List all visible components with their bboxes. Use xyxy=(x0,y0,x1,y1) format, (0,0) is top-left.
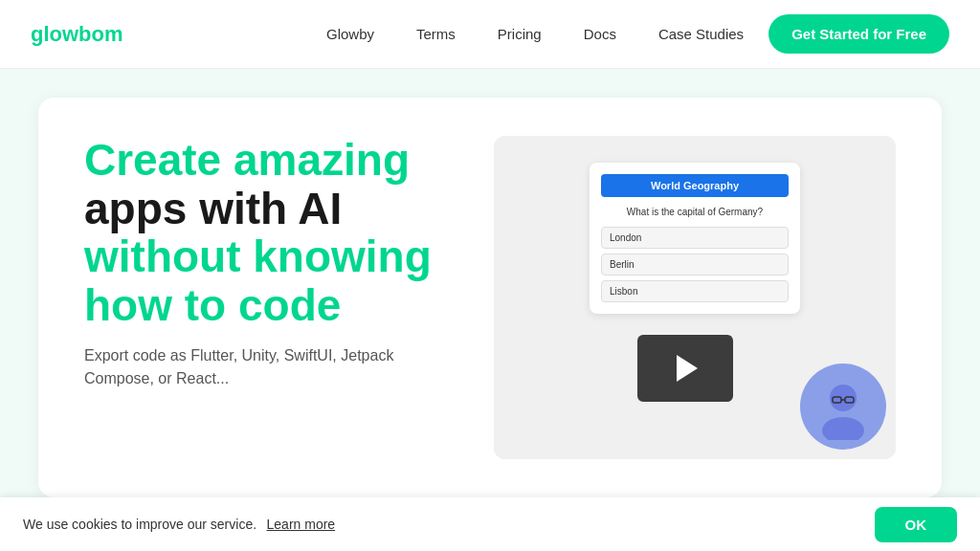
app-mockup: World Geography What is the capital of G… xyxy=(590,163,800,314)
cookie-message-area: We use cookies to improve our service. L… xyxy=(23,516,335,533)
nav-link-glowby[interactable]: Glowby xyxy=(309,20,391,48)
svg-point-0 xyxy=(830,385,857,411)
hero-subtext: Export code as Flutter, Unity, SwiftUI, … xyxy=(84,344,456,390)
nav-links: Glowby Terms Pricing Docs Case Studies G… xyxy=(309,14,949,54)
hero-demo: World Geography What is the capital of G… xyxy=(494,136,896,459)
play-icon xyxy=(677,355,698,382)
app-mockup-header: World Geography xyxy=(601,174,789,197)
logo-prefix: glow xyxy=(31,22,78,46)
cookie-message-text: We use cookies to improve our service. xyxy=(23,517,256,532)
nav-link-pricing[interactable]: Pricing xyxy=(480,20,559,48)
cookie-ok-button[interactable]: OK xyxy=(875,507,958,542)
svg-point-1 xyxy=(822,417,864,440)
logo[interactable]: glowbom xyxy=(31,22,123,47)
avatar-person-svg xyxy=(810,373,877,440)
hero-headline: Create amazing apps with AI without know… xyxy=(84,136,456,329)
nav-link-case-studies[interactable]: Case Studies xyxy=(641,20,761,48)
navbar: glowbom Glowby Terms Pricing Docs Case S… xyxy=(0,0,980,69)
app-option-1[interactable]: Berlin xyxy=(601,253,789,276)
cookie-learn-more-link[interactable]: Learn more xyxy=(267,517,336,532)
app-mockup-options: London Berlin Lisbon xyxy=(601,227,789,302)
get-started-button[interactable]: Get Started for Free xyxy=(768,14,949,54)
nav-link-docs[interactable]: Docs xyxy=(567,20,634,48)
demo-inner: World Geography What is the capital of G… xyxy=(494,136,896,459)
nav-link-terms[interactable]: Terms xyxy=(399,20,473,48)
hero-text: Create amazing apps with AI without know… xyxy=(84,136,456,390)
video-play-overlay[interactable] xyxy=(637,335,733,402)
avatar xyxy=(800,364,886,450)
cookie-banner: We use cookies to improve our service. L… xyxy=(0,497,980,551)
headline-line3: without knowing xyxy=(84,232,456,281)
headline-line1: Create amazing xyxy=(84,136,456,185)
app-option-2[interactable]: Lisbon xyxy=(601,280,789,302)
hero-card: Create amazing apps with AI without know… xyxy=(38,98,942,497)
headline-line4: how to code xyxy=(84,281,456,330)
app-option-0[interactable]: London xyxy=(601,227,789,249)
app-mockup-question: What is the capital of Germany? xyxy=(601,207,789,217)
headline-line2: apps with AI xyxy=(84,185,456,233)
logo-suffix: bom xyxy=(78,22,122,46)
main-content: Create amazing apps with AI without know… xyxy=(0,69,980,497)
